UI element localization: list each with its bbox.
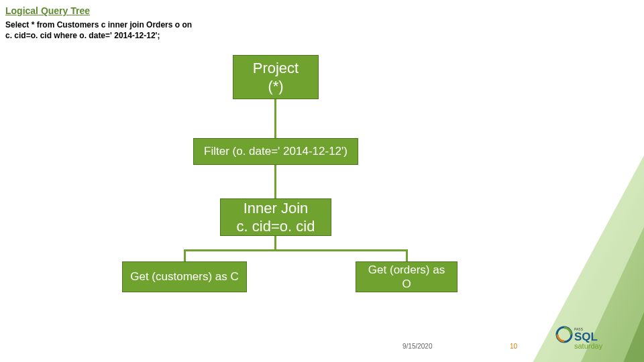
connector-project-filter (274, 99, 276, 138)
svg-text:saturday: saturday (574, 342, 603, 350)
node-get-orders: Get (orders) as O (356, 261, 458, 292)
svg-marker-0 (490, 80, 644, 362)
svg-text:SQL: SQL (574, 330, 598, 343)
connector-filter-join (274, 165, 276, 200)
page-title: Logical Query Tree (5, 5, 90, 16)
connector-join-down (274, 236, 276, 251)
footer-page-number: 10 (510, 343, 517, 350)
sql-query-line1: Select * from Customers c inner join Ord… (5, 20, 192, 29)
connector-to-orders (406, 249, 408, 263)
sql-query-line2: c. cid=o. cid where o. date=' 2014-12-12… (5, 31, 160, 40)
node-get-customers: Get (customers) as C (122, 261, 247, 292)
footer-date: 9/15/2020 (402, 343, 433, 350)
node-project: Project (*) (233, 55, 319, 99)
sql-saturday-logo: PASS SQL saturday (555, 326, 629, 354)
node-filter: Filter (o. date=' 2014-12-12') (193, 138, 358, 165)
connector-to-customers (184, 249, 186, 263)
node-inner-join: Inner Join c. cid=o. cid (220, 198, 331, 236)
leaf-background (402, 80, 644, 362)
connector-horizontal (184, 249, 408, 251)
